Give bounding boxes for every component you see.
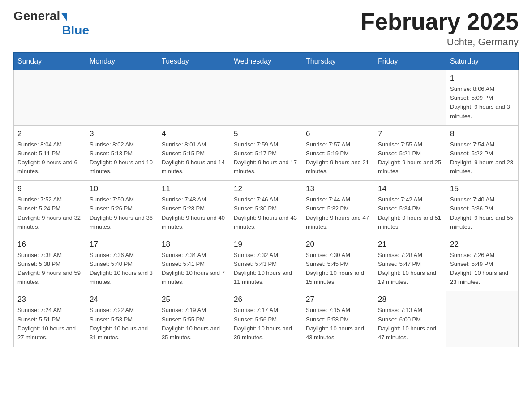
calendar-cell: 7Sunrise: 7:55 AMSunset: 5:21 PMDaylight…: [374, 125, 446, 181]
calendar-cell: [302, 70, 374, 126]
day-info: Sunrise: 8:04 AMSunset: 5:11 PMDaylight:…: [17, 140, 82, 176]
day-info: Sunrise: 7:13 AMSunset: 6:00 PMDaylight:…: [378, 306, 442, 342]
day-info: Sunrise: 7:54 AMSunset: 5:22 PMDaylight:…: [450, 140, 515, 176]
day-number: 26: [234, 295, 298, 304]
calendar-week-row: 23Sunrise: 7:24 AMSunset: 5:51 PMDayligh…: [14, 291, 519, 347]
day-number: 27: [306, 295, 370, 304]
calendar-week-row: 16Sunrise: 7:38 AMSunset: 5:38 PMDayligh…: [14, 236, 519, 291]
calendar-cell: 12Sunrise: 7:46 AMSunset: 5:30 PMDayligh…: [230, 181, 302, 236]
day-info: Sunrise: 7:44 AMSunset: 5:32 PMDaylight:…: [306, 195, 370, 231]
day-number: 11: [162, 184, 226, 193]
day-info: Sunrise: 7:26 AMSunset: 5:49 PMDaylight:…: [450, 251, 515, 287]
calendar-cell: 23Sunrise: 7:24 AMSunset: 5:51 PMDayligh…: [14, 291, 86, 347]
weekday-monday: Monday: [86, 53, 158, 70]
day-info: Sunrise: 7:42 AMSunset: 5:34 PMDaylight:…: [378, 195, 442, 231]
calendar-week-row: 1Sunrise: 8:06 AMSunset: 5:09 PMDaylight…: [14, 70, 519, 126]
calendar-cell: 9Sunrise: 7:52 AMSunset: 5:24 PMDaylight…: [14, 181, 86, 236]
day-number: 13: [306, 184, 370, 193]
calendar-table: SundayMondayTuesdayWednesdayThursdayFrid…: [13, 52, 519, 347]
month-title: February 2025: [360, 9, 519, 34]
calendar-cell: 4Sunrise: 8:01 AMSunset: 5:15 PMDaylight…: [158, 125, 230, 181]
day-info: Sunrise: 7:32 AMSunset: 5:43 PMDaylight:…: [234, 251, 298, 287]
day-number: 17: [90, 240, 154, 249]
day-info: Sunrise: 7:17 AMSunset: 5:56 PMDaylight:…: [234, 306, 298, 342]
day-number: 18: [162, 240, 226, 249]
day-info: Sunrise: 7:46 AMSunset: 5:30 PMDaylight:…: [234, 195, 298, 231]
weekday-sunday: Sunday: [14, 53, 86, 70]
day-number: 25: [162, 295, 226, 304]
calendar-cell: [446, 291, 519, 347]
day-number: 8: [450, 129, 515, 138]
calendar-cell: 28Sunrise: 7:13 AMSunset: 6:00 PMDayligh…: [374, 291, 446, 347]
calendar-cell: 5Sunrise: 7:59 AMSunset: 5:17 PMDaylight…: [230, 125, 302, 181]
calendar-week-row: 2Sunrise: 8:04 AMSunset: 5:11 PMDaylight…: [14, 125, 519, 181]
calendar-cell: [158, 70, 230, 126]
day-info: Sunrise: 7:36 AMSunset: 5:40 PMDaylight:…: [90, 251, 154, 287]
day-info: Sunrise: 7:50 AMSunset: 5:26 PMDaylight:…: [90, 195, 154, 231]
calendar-cell: 25Sunrise: 7:19 AMSunset: 5:55 PMDayligh…: [158, 291, 230, 347]
day-info: Sunrise: 8:01 AMSunset: 5:15 PMDaylight:…: [162, 140, 226, 176]
day-info: Sunrise: 7:22 AMSunset: 5:53 PMDaylight:…: [90, 306, 154, 342]
day-number: 4: [162, 129, 226, 138]
calendar-cell: 21Sunrise: 7:28 AMSunset: 5:47 PMDayligh…: [374, 236, 446, 291]
calendar-cell: 22Sunrise: 7:26 AMSunset: 5:49 PMDayligh…: [446, 236, 519, 291]
calendar-cell: [86, 70, 158, 126]
day-number: 2: [17, 129, 82, 138]
weekday-saturday: Saturday: [446, 53, 519, 70]
calendar-cell: 10Sunrise: 7:50 AMSunset: 5:26 PMDayligh…: [86, 181, 158, 236]
logo: General General Blue: [13, 9, 89, 38]
weekday-header-row: SundayMondayTuesdayWednesdayThursdayFrid…: [14, 53, 519, 70]
calendar-cell: 14Sunrise: 7:42 AMSunset: 5:34 PMDayligh…: [374, 181, 446, 236]
day-info: Sunrise: 7:34 AMSunset: 5:41 PMDaylight:…: [162, 251, 226, 287]
logo-general-text: General: [13, 9, 60, 23]
title-area: February 2025 Uchte, Germany: [360, 9, 519, 48]
day-number: 19: [234, 240, 298, 249]
day-info: Sunrise: 7:59 AMSunset: 5:17 PMDaylight:…: [234, 140, 298, 176]
calendar-cell: [374, 70, 446, 126]
weekday-friday: Friday: [374, 53, 446, 70]
day-number: 10: [90, 184, 154, 193]
calendar-cell: 20Sunrise: 7:30 AMSunset: 5:45 PMDayligh…: [302, 236, 374, 291]
location-text: Uchte, Germany: [360, 36, 519, 48]
day-number: 3: [90, 129, 154, 138]
calendar-week-row: 9Sunrise: 7:52 AMSunset: 5:24 PMDaylight…: [14, 181, 519, 236]
calendar-cell: 24Sunrise: 7:22 AMSunset: 5:53 PMDayligh…: [86, 291, 158, 347]
calendar-cell: 19Sunrise: 7:32 AMSunset: 5:43 PMDayligh…: [230, 236, 302, 291]
calendar-cell: 3Sunrise: 8:02 AMSunset: 5:13 PMDaylight…: [86, 125, 158, 181]
day-info: Sunrise: 8:06 AMSunset: 5:09 PMDaylight:…: [450, 85, 515, 121]
calendar-cell: 2Sunrise: 8:04 AMSunset: 5:11 PMDaylight…: [14, 125, 86, 181]
day-number: 23: [17, 295, 82, 304]
day-number: 1: [450, 74, 515, 83]
day-number: 9: [17, 184, 82, 193]
day-number: 24: [90, 295, 154, 304]
day-info: Sunrise: 7:19 AMSunset: 5:55 PMDaylight:…: [162, 306, 226, 342]
day-info: Sunrise: 7:24 AMSunset: 5:51 PMDaylight:…: [17, 306, 82, 342]
day-number: 20: [306, 240, 370, 249]
calendar-cell: [14, 70, 86, 126]
day-number: 15: [450, 184, 515, 193]
calendar-cell: 16Sunrise: 7:38 AMSunset: 5:38 PMDayligh…: [14, 236, 86, 291]
logo-arrow-icon: [61, 13, 67, 21]
calendar-cell: 18Sunrise: 7:34 AMSunset: 5:41 PMDayligh…: [158, 236, 230, 291]
calendar-cell: 17Sunrise: 7:36 AMSunset: 5:40 PMDayligh…: [86, 236, 158, 291]
calendar-cell: 13Sunrise: 7:44 AMSunset: 5:32 PMDayligh…: [302, 181, 374, 236]
page-header: General General Blue February 2025 Uchte…: [13, 9, 519, 48]
day-number: 28: [378, 295, 442, 304]
calendar-cell: 6Sunrise: 7:57 AMSunset: 5:19 PMDaylight…: [302, 125, 374, 181]
calendar-cell: 11Sunrise: 7:48 AMSunset: 5:28 PMDayligh…: [158, 181, 230, 236]
calendar-cell: 1Sunrise: 8:06 AMSunset: 5:09 PMDaylight…: [446, 70, 519, 126]
day-number: 22: [450, 240, 515, 249]
calendar-cell: 8Sunrise: 7:54 AMSunset: 5:22 PMDaylight…: [446, 125, 519, 181]
weekday-wednesday: Wednesday: [230, 53, 302, 70]
day-info: Sunrise: 7:40 AMSunset: 5:36 PMDaylight:…: [450, 195, 515, 231]
day-number: 12: [234, 184, 298, 193]
logo-blue-text: Blue: [62, 23, 89, 38]
day-info: Sunrise: 7:30 AMSunset: 5:45 PMDaylight:…: [306, 251, 370, 287]
day-info: Sunrise: 8:02 AMSunset: 5:13 PMDaylight:…: [90, 140, 154, 176]
day-info: Sunrise: 7:48 AMSunset: 5:28 PMDaylight:…: [162, 195, 226, 231]
day-info: Sunrise: 7:15 AMSunset: 5:58 PMDaylight:…: [306, 306, 370, 342]
day-info: Sunrise: 7:55 AMSunset: 5:21 PMDaylight:…: [378, 140, 442, 176]
calendar-cell: 15Sunrise: 7:40 AMSunset: 5:36 PMDayligh…: [446, 181, 519, 236]
day-number: 6: [306, 129, 370, 138]
day-number: 16: [17, 240, 82, 249]
